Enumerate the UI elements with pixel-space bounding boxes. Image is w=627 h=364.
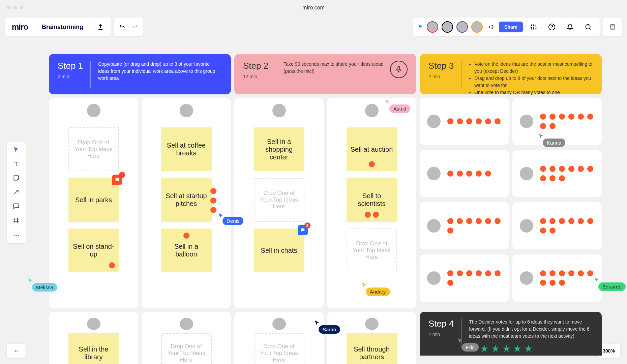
vote-dot[interactable] [365,212,371,218]
sticky-note[interactable]: Sell at coffee breaks [161,127,212,171]
select-tool-icon[interactable] [13,146,20,153]
panel-icon[interactable] [603,18,622,36]
cursor-mode-icon[interactable] [417,24,423,30]
vote-grid[interactable] [447,270,501,286]
logo-block[interactable]: miro Brainstorming [5,18,111,36]
help-icon[interactable] [544,23,559,31]
url-text: miro.com [302,5,325,11]
vote-grid[interactable] [447,218,501,234]
undo-icon[interactable] [119,24,125,30]
idea-column[interactable]: Sell through partners [327,312,416,364]
board-name[interactable]: Brainstorming [42,24,83,31]
sticky-note[interactable]: Sell to scientists [347,178,397,222]
step-desc: Take 90 seconds max to share your ideas … [283,61,387,88]
vote-dot[interactable] [210,198,216,204]
vote-dot[interactable] [210,207,216,213]
column-avatar [272,104,286,117]
drop-zone[interactable]: Drop One of Your Top Ideas Here [347,229,397,272]
step-desc: Copy/paste (or drag and drop) up to 3 of… [98,61,222,88]
comment-badge[interactable]: 3 [298,225,308,235]
undo-redo [114,18,143,36]
drop-zone[interactable]: Drop One of Your Top Ideas Here [254,178,304,222]
vote-card[interactable] [420,98,509,145]
canvas[interactable]: Step 12 min Copy/paste (or drag and drop… [49,54,617,364]
step-time: 12 min [243,74,268,79]
drop-zone[interactable]: Drop One of Your Top Ideas Here [161,333,212,364]
left-toolbox: ⋯ [7,142,26,243]
miro-logo[interactable]: miro [12,22,28,32]
export-icon[interactable] [97,24,104,30]
collaborators: +3 Share [413,18,600,36]
idea-column[interactable]: Sell in the library [49,312,138,364]
vote-grid[interactable] [540,166,594,181]
vote-grid[interactable] [540,270,594,286]
sticky-note[interactable]: Sell on stand-up [68,229,119,272]
vote-grid[interactable] [447,171,491,177]
share-button[interactable]: Share [499,22,523,32]
vote-card[interactable] [512,202,602,249]
window-controls[interactable] [7,6,23,9]
frame-tool-icon[interactable] [13,217,20,224]
more-tools-icon[interactable]: ⋯ [13,231,19,239]
step-time: 2 min [428,332,454,337]
step-desc: Vote on the ideas that are the best or m… [469,61,593,88]
vote-dot[interactable] [183,233,189,239]
sticky-note[interactable]: Sell through partners [347,333,397,364]
search-icon[interactable] [581,24,596,30]
step-title: Step 1 [58,61,83,71]
step-desc: The Decider votes for up to 6 ideas they… [469,318,593,349]
expand-icon[interactable]: ›› [7,344,26,358]
step-4-header[interactable]: Step 42 min The Decider votes for up to … [420,312,602,356]
avatar[interactable] [471,21,483,33]
sticky-note[interactable]: Sell in a shopping center [254,127,304,171]
text-tool-icon[interactable] [13,160,20,167]
vote-card[interactable] [512,98,602,145]
idea-column[interactable]: Sell in a shopping center Drop One of Yo… [234,98,324,308]
column-avatar [365,318,379,330]
drop-zone[interactable]: Drop One of Your Top Ideas Here [68,127,119,171]
comment-badge[interactable]: 1 [112,175,122,185]
vote-card[interactable] [512,254,602,302]
step-3-header[interactable]: Step 32 min Vote on the ideas that are t… [420,54,602,94]
avatar[interactable] [456,21,468,33]
vote-grid[interactable] [540,218,594,234]
sticky-note[interactable]: Sell in parks 1 [68,178,119,222]
column-avatar [180,318,193,330]
idea-column[interactable]: Sell at coffee breaks Sell at startup pi… [142,98,231,308]
arrow-tool-icon[interactable] [13,189,20,195]
decider-stars[interactable]: ★ ★ ★ ★ ★ ★ [469,342,593,356]
avatars-more[interactable]: +3 [486,24,496,30]
step-2-header[interactable]: Step 212 min Take 90 seconds max to shar… [234,54,416,94]
drop-zone[interactable]: Drop One of Your Top Ideas Here [254,333,304,364]
column-avatar [520,219,533,233]
vote-card[interactable] [420,202,509,249]
idea-column[interactable]: Sell at auction Sell to scientists Drop … [327,98,416,308]
step-1-header[interactable]: Step 12 min Copy/paste (or drag and drop… [49,54,231,94]
sticky-note[interactable]: Sell in chats 3 [254,229,304,272]
vote-dot[interactable] [109,262,115,268]
avatar[interactable] [442,21,453,33]
sticky-note[interactable]: Sell in a balloon [161,229,212,272]
vote-grid[interactable] [447,118,501,124]
vote-card[interactable] [512,150,602,197]
vote-grid[interactable] [540,114,594,129]
column-avatar [272,318,286,330]
redo-icon[interactable] [131,24,138,30]
idea-column[interactable]: Drop One of Your Top Ideas Here [142,312,231,364]
vote-dot[interactable] [373,212,379,218]
idea-column[interactable]: Drop One of Your Top Ideas Here [234,312,324,364]
vote-card[interactable] [420,254,509,302]
avatar[interactable] [427,21,438,33]
vote-card[interactable] [420,150,509,197]
vote-dot[interactable] [210,188,216,194]
sticky-note[interactable]: Sell in the library [68,333,119,364]
settings-icon[interactable] [526,24,541,30]
sticky-tool-icon[interactable] [13,175,20,181]
idea-column[interactable]: Drop One of Your Top Ideas Here Sell in … [49,98,138,308]
column-avatar [520,115,533,128]
sticky-note[interactable]: Sell at auction [347,127,397,171]
vote-dot[interactable] [369,161,375,167]
comment-tool-icon[interactable] [13,203,20,210]
bell-icon[interactable] [563,24,577,30]
sticky-note[interactable]: Sell at startup pitches [161,178,212,222]
